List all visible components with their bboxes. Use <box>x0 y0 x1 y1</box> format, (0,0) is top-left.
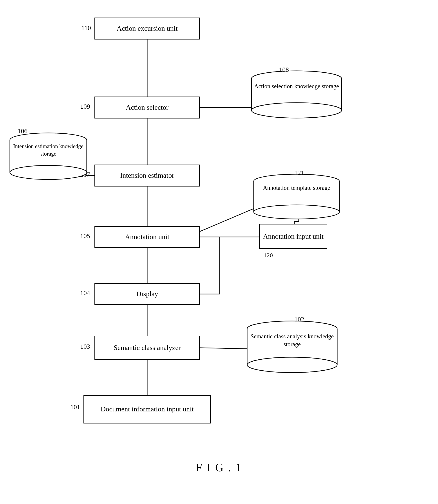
svg-line-17 <box>200 348 253 349</box>
svg-point-32 <box>254 205 339 219</box>
annotation-unit-label: Annotation unit <box>125 232 169 242</box>
action-selection-knowledge-label: Action selection knowledge storage <box>251 82 343 90</box>
label-105: 105 <box>80 232 90 240</box>
annotation-unit-box: Annotation unit <box>94 226 200 248</box>
label-101: 101 <box>70 403 80 411</box>
annotation-input-box: Annotation input unit <box>259 224 327 249</box>
svg-point-27 <box>10 166 87 179</box>
label-102: 102 <box>294 315 304 323</box>
semantic-class-analysis-knowledge-cylinder: Semantic class analysis knowledge storag… <box>246 320 338 373</box>
svg-point-22 <box>252 103 341 118</box>
action-excursion-unit-box: Action excursion unit <box>94 18 200 40</box>
document-info-input-box: Document information input unit <box>84 395 211 423</box>
display-label: Display <box>136 289 158 299</box>
svg-point-37 <box>247 357 337 373</box>
semantic-class-analyzer-label: Semantic class analyzer <box>114 343 181 352</box>
intension-estimation-knowledge-cylinder: Intension estimation knowledge storage <box>9 132 88 180</box>
intension-estimator-label: Intension estimator <box>120 171 174 180</box>
intension-estimator-box: Intension estimator <box>94 165 200 187</box>
annotation-template-cylinder: Annotation template storage <box>253 173 340 220</box>
action-selector-label: Action selector <box>126 103 169 112</box>
document-info-input-label: Document information input unit <box>101 405 194 414</box>
label-120: 120 <box>263 252 273 259</box>
intension-estimation-knowledge-label: Intension estimation knowledge storage <box>9 143 88 158</box>
semantic-class-analysis-knowledge-label: Semantic class analysis knowledge storag… <box>246 332 338 348</box>
display-box: Display <box>94 283 200 305</box>
label-110: 110 <box>81 24 91 32</box>
annotation-input-label: Annotation input unit <box>263 232 324 241</box>
label-108: 108 <box>279 66 289 73</box>
label-104: 104 <box>80 289 90 297</box>
semantic-class-analyzer-box: Semantic class analyzer <box>94 336 200 360</box>
label-121: 121 <box>294 169 304 176</box>
label-109: 109 <box>80 103 90 110</box>
connectors <box>0 0 438 483</box>
action-excursion-unit-label: Action excursion unit <box>117 24 177 33</box>
figure-caption: F I G . 1 <box>0 461 438 474</box>
svg-line-14 <box>200 206 259 231</box>
action-selection-knowledge-cylinder: Action selection knowledge storage <box>251 70 343 118</box>
label-103: 103 <box>80 343 90 350</box>
action-selector-box: Action selector <box>94 96 200 118</box>
diagram: Action excursion unit 110 Action selecto… <box>0 0 438 483</box>
annotation-template-label: Annotation template storage <box>253 184 340 192</box>
label-106: 106 <box>18 127 27 135</box>
